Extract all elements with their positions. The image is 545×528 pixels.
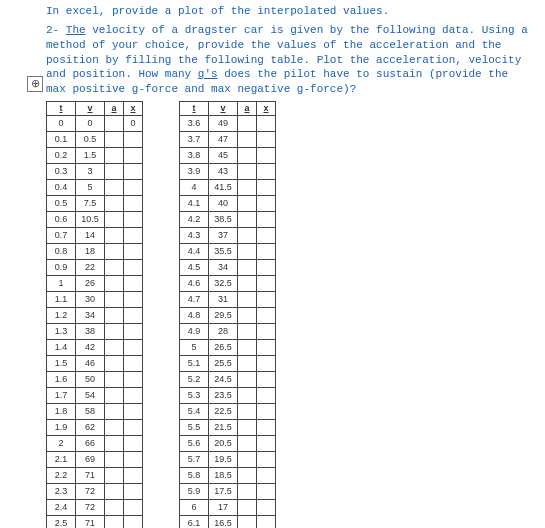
cell-t: 0.8 [47,244,76,260]
cell-a [238,484,257,500]
table-row: 3.649 [180,116,276,132]
cell-a [238,292,257,308]
cell-x [124,356,143,372]
data-table-right: t v a x 3.6493.7473.8453.943441.54.1404.… [179,101,276,528]
cell-a [238,340,257,356]
table-row: 4.337 [180,228,276,244]
cell-v: 17.5 [209,484,238,500]
cell-v: 14 [76,228,105,244]
cell-x [257,148,276,164]
table-row: 5.224.5 [180,372,276,388]
cell-a [238,276,257,292]
table-row: 5.125.5 [180,356,276,372]
cell-x [257,292,276,308]
cell-t: 1.7 [47,388,76,404]
cell-a [105,484,124,500]
cell-a [238,228,257,244]
table-row: 5.620.5 [180,436,276,452]
cell-x [257,164,276,180]
col-header-t: t [47,102,76,116]
cell-a [105,292,124,308]
instruction-line-1: In excel, provide a plot of the interpol… [46,4,531,19]
cell-t: 0.4 [47,180,76,196]
col-header-v: v [209,102,238,116]
cell-t: 1.8 [47,404,76,420]
cell-a [105,372,124,388]
cell-v: 49 [209,116,238,132]
table-row: 2.472 [47,500,143,516]
cell-x [124,404,143,420]
cell-a [238,404,257,420]
cell-x [124,324,143,340]
table-header-row: t v a x [180,102,276,116]
cell-a [238,516,257,528]
cell-t: 1.1 [47,292,76,308]
cell-a [105,132,124,148]
cell-x [257,244,276,260]
cell-v: 62 [76,420,105,436]
table-row: 2.571 [47,516,143,528]
table-row: 1.858 [47,404,143,420]
cell-v: 38 [76,324,105,340]
cell-t: 1.4 [47,340,76,356]
cell-x [124,436,143,452]
cell-t: 2.3 [47,484,76,500]
cell-t: 5.1 [180,356,209,372]
problem-2-text: 2- The velocity of a dragster car is giv… [46,23,531,97]
cell-v: 0 [76,116,105,132]
cell-a [238,372,257,388]
cell-v: 31 [209,292,238,308]
table-row: 0.21.5 [47,148,143,164]
table-row: 0.33 [47,164,143,180]
cell-t: 1.2 [47,308,76,324]
move-handle-icon[interactable]: ⊕ [27,76,43,92]
cell-v: 46 [76,356,105,372]
cell-v: 41.5 [209,180,238,196]
table-row: 1.754 [47,388,143,404]
cell-a [105,164,124,180]
cell-x [257,436,276,452]
cell-a [238,244,257,260]
col-header-a: a [105,102,124,116]
table-row: 4.140 [180,196,276,212]
cell-a [105,404,124,420]
cell-v: 42 [76,340,105,356]
table-row: 3.943 [180,164,276,180]
cell-v: 17 [209,500,238,516]
cell-a [238,116,257,132]
table-row: 0.45 [47,180,143,196]
cell-v: 25.5 [209,356,238,372]
cell-a [105,180,124,196]
table-row: 5.323.5 [180,388,276,404]
cell-x [124,308,143,324]
cell-x [124,292,143,308]
cell-t: 5.9 [180,484,209,500]
cell-v: 50 [76,372,105,388]
cell-v: 34 [76,308,105,324]
cell-a [105,468,124,484]
cell-t: 5.2 [180,372,209,388]
cell-x [124,276,143,292]
cell-a [105,356,124,372]
table-row: 3.845 [180,148,276,164]
cell-a [105,388,124,404]
cell-v: 34 [209,260,238,276]
cell-v: 32.5 [209,276,238,292]
cell-x [257,340,276,356]
table-row: 3.747 [180,132,276,148]
col-header-v: v [76,102,105,116]
cell-a [238,452,257,468]
table-row: 000 [47,116,143,132]
cell-v: 38.5 [209,212,238,228]
table-row: 1.962 [47,420,143,436]
cell-v: 58 [76,404,105,420]
cell-a [238,148,257,164]
cell-v: 72 [76,484,105,500]
cell-x [124,132,143,148]
cell-t: 0.5 [47,196,76,212]
page: In excel, provide a plot of the interpol… [0,0,545,528]
cell-x [257,452,276,468]
table-row: 4.928 [180,324,276,340]
cell-v: 28 [209,324,238,340]
cell-t: 1 [47,276,76,292]
